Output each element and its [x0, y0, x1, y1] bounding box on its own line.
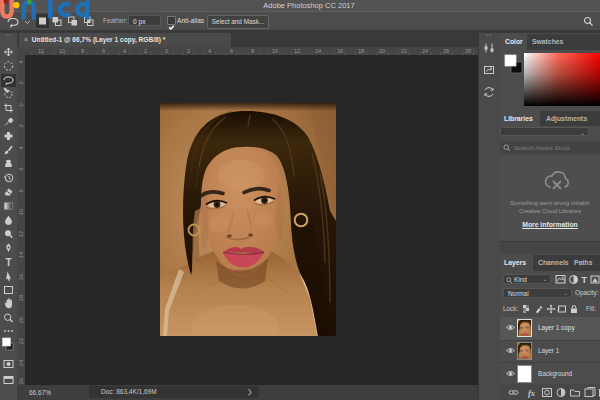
svg-text:10: 10 — [59, 48, 65, 54]
svg-text:10: 10 — [18, 209, 24, 215]
svg-text:20: 20 — [18, 317, 24, 323]
svg-text:6: 6 — [230, 48, 233, 54]
svg-text:T: T — [582, 275, 588, 285]
svg-text:6: 6 — [18, 167, 24, 170]
svg-text:22: 22 — [401, 48, 407, 54]
svg-text:28: 28 — [465, 48, 471, 54]
svg-text:4: 4 — [18, 146, 24, 149]
svg-text:T: T — [5, 257, 11, 268]
svg-text:2: 2 — [18, 124, 24, 127]
svg-text:12: 12 — [38, 48, 44, 54]
svg-text:2: 2 — [18, 81, 24, 84]
svg-text:24: 24 — [422, 48, 428, 54]
svg-text:20: 20 — [379, 48, 385, 54]
svg-text:14: 14 — [18, 252, 24, 258]
svg-text:fx: fx — [528, 388, 536, 398]
svg-text:12: 12 — [18, 231, 24, 237]
svg-text:22: 22 — [18, 338, 24, 344]
svg-text:26: 26 — [443, 48, 449, 54]
svg-text:8: 8 — [251, 48, 254, 54]
svg-text:26: 26 — [18, 378, 24, 384]
svg-text:8: 8 — [81, 48, 84, 54]
svg-text:16: 16 — [18, 274, 24, 280]
svg-text:4: 4 — [18, 60, 24, 63]
svg-text:0: 0 — [18, 103, 24, 106]
svg-text:0: 0 — [165, 48, 168, 54]
svg-text:24: 24 — [18, 360, 24, 366]
svg-text:18: 18 — [358, 48, 364, 54]
svg-text:10: 10 — [272, 48, 278, 54]
svg-text:16: 16 — [337, 48, 343, 54]
svg-text:14: 14 — [315, 48, 321, 54]
svg-text:12: 12 — [294, 48, 300, 54]
svg-text:2: 2 — [144, 48, 147, 54]
svg-text:2: 2 — [187, 48, 190, 54]
svg-text:4: 4 — [208, 48, 211, 54]
svg-text:4: 4 — [123, 48, 126, 54]
svg-text:6: 6 — [102, 48, 105, 54]
svg-text:8: 8 — [18, 189, 24, 192]
svg-text:18: 18 — [18, 295, 24, 301]
